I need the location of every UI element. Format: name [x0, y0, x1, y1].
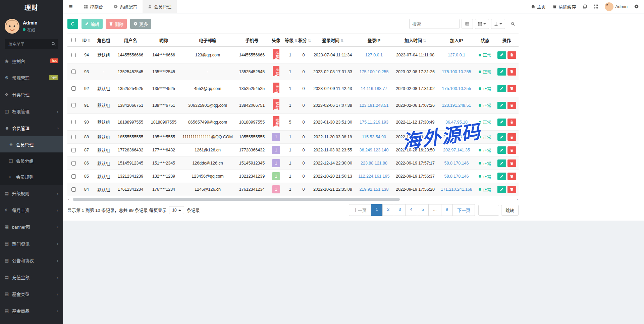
- row-edit-button[interactable]: [497, 102, 506, 109]
- tab-member[interactable]: 会员管理: [143, 0, 177, 13]
- row-edit-button[interactable]: [497, 159, 506, 167]
- column-header-login-time[interactable]: 登录时间⇅: [310, 34, 355, 47]
- row-checkbox[interactable]: [71, 53, 76, 57]
- columns-button[interactable]: [475, 19, 489, 29]
- tab-dashboard[interactable]: 控制台: [78, 0, 108, 13]
- page-size-select[interactable]: 10: [169, 206, 184, 214]
- edit-button[interactable]: 编辑: [82, 19, 103, 29]
- row-delete-button[interactable]: [507, 146, 516, 154]
- join-ip-link[interactable]: 127.0.0.1: [448, 53, 465, 57]
- login-ip-link[interactable]: 112.224.161.195: [359, 174, 390, 179]
- row-checkbox[interactable]: [71, 135, 76, 139]
- join-ip-link[interactable]: 36.47.95.18: [445, 120, 468, 125]
- toggle-view-button[interactable]: [462, 19, 473, 29]
- login-ip-link[interactable]: 14.116.188.77: [361, 86, 387, 91]
- sidebar-item-banner[interactable]: ▦banner图‹: [0, 218, 63, 235]
- page-button-4[interactable]: 4: [405, 204, 417, 216]
- tab-system-config[interactable]: 系统配置: [108, 0, 143, 13]
- topbar-user[interactable]: Admin: [605, 2, 628, 11]
- row-edit-button[interactable]: [497, 119, 506, 126]
- table-search-input[interactable]: [409, 19, 460, 29]
- join-ip-link[interactable]: 123.191.248.51: [442, 103, 471, 108]
- login-ip-link[interactable]: 115.53.54.90: [362, 135, 386, 139]
- sidebar-item-upgrade-rule[interactable]: ▤升级规则‹: [0, 185, 63, 201]
- row-delete-button[interactable]: [507, 68, 516, 76]
- join-ip-link[interactable]: 171.210.241.168: [441, 187, 472, 192]
- row-delete-button[interactable]: [507, 119, 516, 126]
- scrollbar-thumb[interactable]: [73, 198, 400, 201]
- row-checkbox[interactable]: [71, 187, 76, 192]
- fullscreen-icon[interactable]: [594, 4, 598, 9]
- row-edit-button[interactable]: [497, 85, 506, 92]
- login-ip-link[interactable]: 223.88.121.88: [361, 161, 387, 166]
- row-delete-button[interactable]: [507, 85, 516, 92]
- row-checkbox[interactable]: [71, 174, 76, 179]
- row-edit-button[interactable]: [497, 173, 506, 180]
- join-ip-link[interactable]: 58.8.178.146: [444, 174, 469, 179]
- row-checkbox[interactable]: [71, 148, 76, 152]
- row-delete-button[interactable]: [507, 173, 516, 180]
- login-ip-link[interactable]: 219.92.151.138: [360, 187, 389, 192]
- row-edit-button[interactable]: [497, 146, 506, 154]
- more-button[interactable]: 更多: [130, 19, 151, 29]
- export-button[interactable]: [491, 19, 505, 29]
- row-edit-button[interactable]: [497, 68, 506, 76]
- sidebar-item-member[interactable]: ☻会员管理‹: [0, 120, 63, 136]
- join-ip-link[interactable]: 27.191.25.200: [443, 135, 470, 139]
- row-delete-button[interactable]: [507, 51, 516, 59]
- clear-cache-button[interactable]: 清除缓存: [552, 3, 576, 10]
- delete-button[interactable]: 删除: [106, 19, 127, 29]
- sidebar-item-category[interactable]: ❖分类管理: [0, 86, 63, 103]
- page-button-5[interactable]: 5: [417, 204, 429, 216]
- row-delete-button[interactable]: [507, 102, 516, 109]
- sidebar-item-fund-goods[interactable]: ▤基金商品‹: [0, 302, 63, 319]
- sidebar-item-auth[interactable]: ◫权限管理‹: [0, 103, 63, 120]
- sidebar-item-member-group[interactable]: ◫会员分组: [0, 152, 63, 169]
- column-header-level[interactable]: 等级⇅: [283, 34, 297, 47]
- sidebar-item-fund-type[interactable]: ▤基金类型‹: [0, 285, 63, 302]
- docs-icon[interactable]: [583, 4, 587, 9]
- select-all-checkbox[interactable]: [71, 38, 76, 42]
- sidebar-item-recharge[interactable]: ▤充值金额‹: [0, 269, 63, 285]
- column-header-score[interactable]: 积分⇅: [297, 34, 310, 47]
- scroll-right-icon[interactable]: ›: [517, 197, 518, 201]
- login-ip-link[interactable]: 175.100.10.255: [360, 70, 389, 74]
- login-ip-link[interactable]: 175.11.219.193: [360, 120, 388, 125]
- search-icon[interactable]: [51, 42, 56, 47]
- page-button-1[interactable]: 1: [371, 204, 383, 216]
- page-button-3[interactable]: 3: [394, 204, 406, 216]
- row-checkbox[interactable]: [71, 86, 76, 91]
- page-button-2[interactable]: 2: [382, 204, 394, 216]
- search-toggle-button[interactable]: [507, 19, 519, 29]
- row-edit-button[interactable]: [497, 186, 506, 193]
- row-delete-button[interactable]: [507, 133, 516, 141]
- login-ip-link[interactable]: 36.249.123.140: [360, 148, 389, 152]
- row-checkbox[interactable]: [71, 161, 76, 166]
- sidebar-item-general[interactable]: ⚙常规管理new: [0, 69, 63, 86]
- login-ip-link[interactable]: 123.191.248.51: [360, 103, 389, 108]
- home-link[interactable]: 主页: [531, 3, 546, 10]
- sidebar-item-monthly-salary[interactable]: ¥每月工资‹: [0, 201, 63, 218]
- row-delete-button[interactable]: [507, 159, 516, 167]
- column-header-id[interactable]: ID⇅: [79, 34, 94, 47]
- refresh-button[interactable]: [67, 19, 78, 29]
- join-ip-link[interactable]: 202.97.141.35: [443, 148, 470, 152]
- join-ip-link[interactable]: 175.100.10.255: [442, 86, 471, 91]
- settings-gear-icon[interactable]: [634, 4, 639, 9]
- row-delete-button[interactable]: [507, 186, 516, 193]
- sidebar-toggle-icon[interactable]: ≡: [63, 0, 78, 13]
- sidebar-item-member-list[interactable]: ☺会员管理: [0, 136, 63, 152]
- page-button-9[interactable]: 9: [441, 204, 453, 216]
- menu-search-input[interactable]: [5, 39, 58, 49]
- row-checkbox[interactable]: [71, 120, 76, 124]
- join-ip-link[interactable]: 58.8.178.146: [444, 161, 469, 166]
- page-jump-button[interactable]: 跳转: [501, 205, 519, 216]
- sidebar-item-dashboard[interactable]: ◉控制台hot: [0, 52, 63, 69]
- sidebar-item-notice[interactable]: ▤公告和协议‹: [0, 252, 63, 269]
- sidebar-item-member-rule[interactable]: ○会员规则: [0, 169, 63, 185]
- row-edit-button[interactable]: [497, 133, 506, 141]
- scroll-left-icon[interactable]: ‹: [68, 197, 69, 201]
- sidebar-item-hot-news[interactable]: ▤热门资讯‹: [0, 235, 63, 252]
- row-checkbox[interactable]: [71, 70, 76, 74]
- login-ip-link[interactable]: 127.0.0.1: [365, 53, 383, 57]
